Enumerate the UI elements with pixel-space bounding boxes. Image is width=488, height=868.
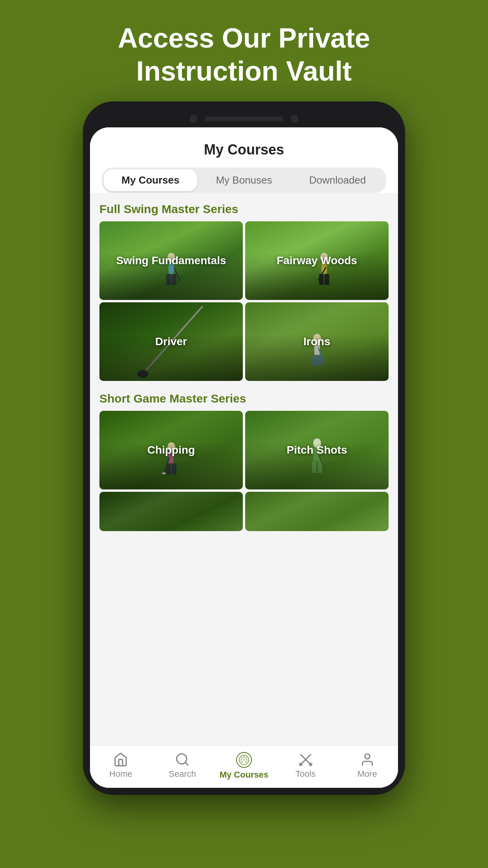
svg-point-33 xyxy=(245,758,246,759)
page-background: Access Our Private Instruction Vault My … xyxy=(0,0,488,868)
app-header: My Courses My Courses My Bonuses Downloa… xyxy=(90,127,398,193)
tools-icon xyxy=(298,752,313,767)
nav-label-home: Home xyxy=(109,769,132,779)
app-title: My Courses xyxy=(102,142,386,167)
section-title-short-game: Short Game Master Series xyxy=(99,392,389,405)
nav-label-my-courses: My Courses xyxy=(220,770,269,780)
tab-my-courses[interactable]: My Courses xyxy=(104,169,197,191)
card-overlay: Chipping xyxy=(99,411,243,489)
section-full-swing: Full Swing Master Series xyxy=(99,202,389,381)
svg-point-37 xyxy=(241,761,242,763)
golf-ball-icon xyxy=(236,752,252,768)
courses-grid-full-swing: Swing Fundamentals xyxy=(99,221,389,381)
course-label-irons: Irons xyxy=(303,335,330,349)
nav-label-search: Search xyxy=(169,769,196,779)
svg-line-29 xyxy=(185,762,188,765)
camera-dot-right xyxy=(290,115,298,123)
search-icon xyxy=(175,752,190,767)
svg-point-43 xyxy=(365,754,370,759)
course-label-pitch-shots: Pitch Shots xyxy=(286,443,347,457)
phone-shell: My Courses My Courses My Bonuses Downloa… xyxy=(83,101,405,795)
course-label-chipping: Chipping xyxy=(147,443,195,457)
courses-grid-short-game: Chipping xyxy=(99,411,389,531)
svg-point-36 xyxy=(246,760,247,761)
page-heading: Access Our Private Instruction Vault xyxy=(118,22,370,88)
nav-label-tools: Tools xyxy=(295,769,316,779)
card-overlay: Swing Fundamentals xyxy=(99,221,243,300)
nav-item-my-courses[interactable]: My Courses xyxy=(213,752,275,780)
course-label-driver: Driver xyxy=(155,335,187,349)
card-overlay: Pitch Shots xyxy=(245,411,389,489)
card-overlay: Fairway Woods xyxy=(245,221,389,300)
course-label-swing-fundamentals: Swing Fundamentals xyxy=(116,254,226,268)
nav-item-more[interactable]: More xyxy=(336,752,398,780)
course-card-fairway-woods[interactable]: Fairway Woods xyxy=(245,221,389,300)
svg-point-35 xyxy=(243,760,244,761)
phone-top-bar xyxy=(90,108,398,127)
nav-label-more: More xyxy=(358,769,377,779)
course-card-irons[interactable]: Irons xyxy=(245,302,389,381)
course-card-driver[interactable]: Driver xyxy=(99,302,243,381)
svg-point-31 xyxy=(241,758,242,759)
course-card-pitch-shots[interactable]: Pitch Shots xyxy=(245,411,389,489)
card-overlay: Irons xyxy=(245,302,389,381)
bottom-nav: Home Search xyxy=(90,745,398,788)
tab-downloaded[interactable]: Downloaded xyxy=(291,169,384,191)
speaker xyxy=(205,116,283,121)
courses-scroll[interactable]: Full Swing Master Series xyxy=(90,193,398,745)
phone-screen: My Courses My Courses My Bonuses Downloa… xyxy=(90,127,398,788)
person-icon xyxy=(360,752,375,767)
svg-point-32 xyxy=(243,757,244,758)
course-card-partial-1[interactable] xyxy=(99,492,243,531)
nav-item-home[interactable]: Home xyxy=(90,752,152,780)
camera-dot-left xyxy=(190,115,198,123)
card-overlay: Driver xyxy=(99,302,243,381)
tab-my-bonuses[interactable]: My Bonuses xyxy=(197,169,291,191)
tab-bar: My Courses My Bonuses Downloaded xyxy=(102,167,386,193)
section-title-full-swing: Full Swing Master Series xyxy=(99,202,389,216)
nav-item-search[interactable]: Search xyxy=(152,752,213,780)
course-card-chipping[interactable]: Chipping xyxy=(99,411,243,489)
course-card-partial-2[interactable] xyxy=(245,492,389,531)
course-label-fairway-woods: Fairway Woods xyxy=(277,254,357,268)
section-short-game: Short Game Master Series xyxy=(99,392,389,531)
course-card-swing-fundamentals[interactable]: Swing Fundamentals xyxy=(99,221,243,300)
nav-item-tools[interactable]: Tools xyxy=(275,752,336,780)
svg-point-34 xyxy=(240,760,242,761)
svg-point-38 xyxy=(245,761,246,763)
page-header: Access Our Private Instruction Vault xyxy=(86,0,402,101)
home-icon xyxy=(113,752,128,767)
